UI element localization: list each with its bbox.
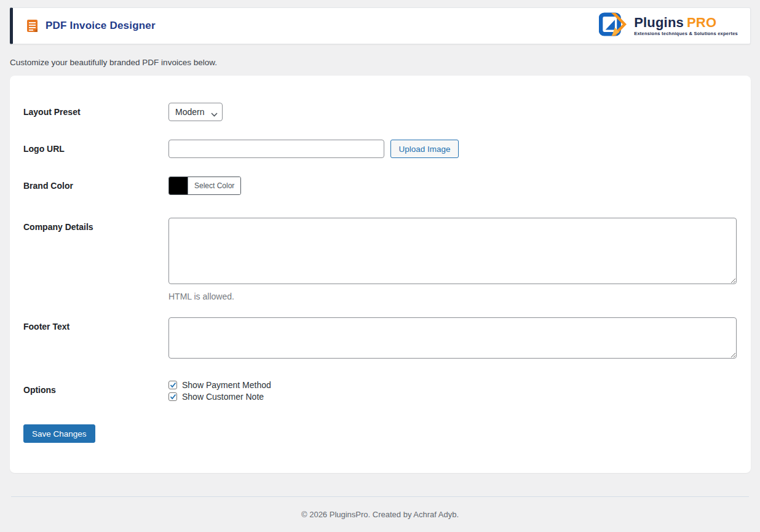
show-customer-note-checkbox[interactable]	[168, 392, 177, 401]
intro-text: Customize your beautifully branded PDF i…	[10, 58, 750, 67]
row-brand-color: Brand Color Select Color	[23, 177, 727, 197]
page-title: PDF Invoice Designer	[46, 20, 156, 32]
header-title-wrap: PDF Invoice Designer	[26, 19, 156, 33]
layout-preset-label: Layout Preset	[23, 103, 168, 121]
brand-color-label: Brand Color	[23, 177, 168, 197]
company-details-help: HTML is allowed.	[168, 292, 737, 301]
pluginspro-logo: PluginsPRO Extensions techniques & Solut…	[599, 12, 742, 40]
row-company-details: Company Details HTML is allowed.	[23, 218, 727, 301]
row-logo-url: Logo URL Upload Image	[23, 140, 727, 158]
show-payment-method-label: Show Payment Method	[182, 380, 271, 390]
show-payment-method-checkbox[interactable]	[168, 381, 177, 389]
show-customer-note-label: Show Customer Note	[182, 392, 264, 402]
company-details-textarea[interactable]	[168, 218, 737, 284]
options-label: Options	[23, 379, 168, 402]
logo-url-input[interactable]	[168, 140, 384, 158]
brand-name: PluginsPRO	[634, 16, 738, 30]
brand-pro-label: PRO	[687, 15, 716, 30]
page-footer: © 2026 PluginsPro. Created by Achraf Ady…	[11, 496, 749, 519]
color-swatch	[169, 177, 188, 194]
pluginspro-logo-icon	[599, 12, 628, 40]
option-show-payment-method: Show Payment Method	[168, 379, 727, 391]
save-changes-button[interactable]: Save Changes	[23, 424, 95, 443]
brand-text-block: PluginsPRO Extensions techniques & Solut…	[634, 16, 738, 36]
upload-image-button[interactable]: Upload Image	[390, 140, 458, 158]
settings-card: Layout Preset Modern Logo URL Upload Ima…	[10, 76, 751, 473]
company-details-label: Company Details	[23, 218, 168, 301]
invoice-document-icon	[26, 19, 38, 33]
footer-text-textarea[interactable]	[168, 317, 737, 359]
color-picker-button[interactable]: Select Color	[168, 177, 241, 195]
option-show-customer-note: Show Customer Note	[168, 391, 727, 402]
logo-url-label: Logo URL	[23, 140, 168, 158]
brand-tagline: Extensions techniques & Solutions expert…	[634, 31, 738, 36]
row-options: Options Show Payment Method Show Custome…	[23, 379, 727, 402]
row-layout-preset: Layout Preset Modern	[23, 103, 727, 121]
row-footer-text: Footer Text	[23, 317, 727, 359]
header-bar: PDF Invoice Designer PluginsPRO Extensio…	[10, 7, 751, 44]
layout-preset-select[interactable]: Modern	[168, 103, 223, 121]
select-color-label: Select Color	[188, 177, 240, 194]
footer-text-label: Footer Text	[23, 317, 168, 359]
